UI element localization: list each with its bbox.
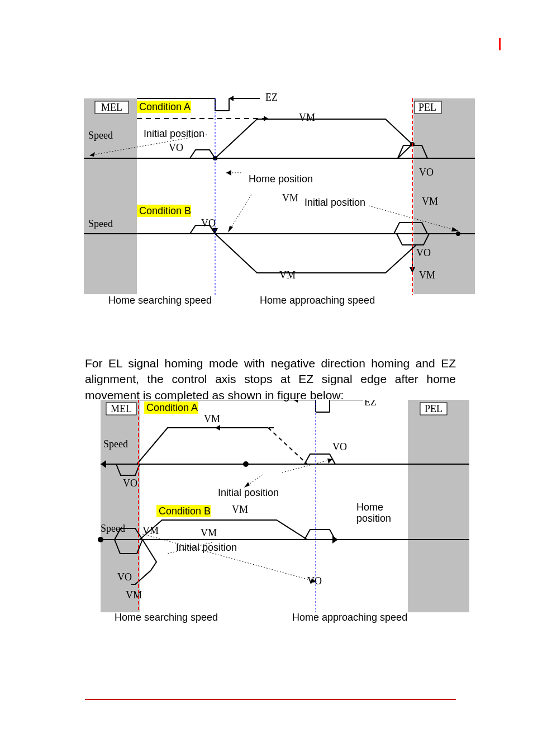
speed-2a: Speed: [103, 438, 128, 450]
pel-label: PEL: [418, 102, 436, 113]
cond-a-2: Condition A: [146, 402, 198, 413]
vm-2b: VM: [232, 504, 248, 515]
svg-rect-34: [408, 400, 469, 612]
vo-b: VO: [201, 218, 216, 229]
svg-point-27: [456, 231, 460, 236]
search-label: Home searching speed: [108, 295, 212, 306]
svg-point-49: [243, 461, 249, 467]
home-2a: Home position: [356, 502, 391, 524]
mel-2: MEL: [111, 403, 132, 414]
speed-label: Speed: [88, 130, 113, 141]
vo-2b: VO: [117, 571, 132, 583]
vm-bot: VM: [279, 270, 296, 281]
vo-1: VO: [169, 142, 183, 153]
svg-marker-5: [229, 96, 234, 101]
svg-marker-53: [327, 459, 332, 464]
vm-mid: VM: [282, 192, 298, 204]
vm-2d: VM: [201, 527, 217, 538]
cond-b: Condition B: [139, 205, 191, 216]
diagram-2: MEL PEL EZ Condition A VM Speed VO VO In…: [84, 400, 475, 623]
init-1: Initial position: [144, 128, 204, 139]
svg-line-59: [142, 534, 316, 582]
init-2b: Initial position: [176, 542, 237, 553]
cond-a: Condition A: [139, 101, 191, 112]
svg-line-48: [268, 428, 307, 464]
svg-marker-26: [228, 226, 233, 233]
approach-label: Home approaching speed: [260, 295, 375, 306]
init-2a: Initial position: [218, 487, 279, 498]
init-2: Initial position: [304, 197, 365, 208]
diagram-1: MEL PEL EZ Condition A VM Speed Initial …: [84, 88, 475, 312]
svg-line-19: [398, 144, 412, 158]
vm-r2: VM: [419, 270, 435, 281]
cond-b-2: Condition B: [159, 505, 211, 517]
ez-label: EZ: [265, 92, 278, 103]
home-pos: Home position: [249, 173, 313, 185]
svg-point-57: [98, 537, 103, 542]
vm-label: VM: [299, 112, 315, 123]
ez-2: EZ: [364, 400, 377, 408]
svg-rect-0: [84, 98, 137, 294]
mel-label: MEL: [101, 102, 122, 113]
approach-2: Home approaching speed: [292, 612, 407, 623]
svg-marker-42: [293, 400, 298, 403]
speed-2: Speed: [88, 218, 113, 229]
vm-r: VM: [422, 196, 438, 207]
vo-r2: VO: [416, 247, 431, 258]
vm-2a: VM: [204, 413, 220, 424]
pel-2: PEL: [425, 403, 442, 414]
svg-marker-17: [226, 170, 231, 176]
vm-2e: VM: [126, 589, 142, 601]
svg-line-25: [229, 195, 251, 231]
vo-2r: VO: [332, 441, 347, 452]
cursor-indicator: [499, 38, 501, 50]
search-2: Home searching speed: [115, 612, 218, 623]
vo-2l: VO: [123, 478, 137, 489]
page-bottom-rule: [85, 699, 456, 700]
body-paragraph: For EL signal homing mode with negative …: [85, 356, 456, 403]
vo-r1: VO: [419, 167, 434, 178]
